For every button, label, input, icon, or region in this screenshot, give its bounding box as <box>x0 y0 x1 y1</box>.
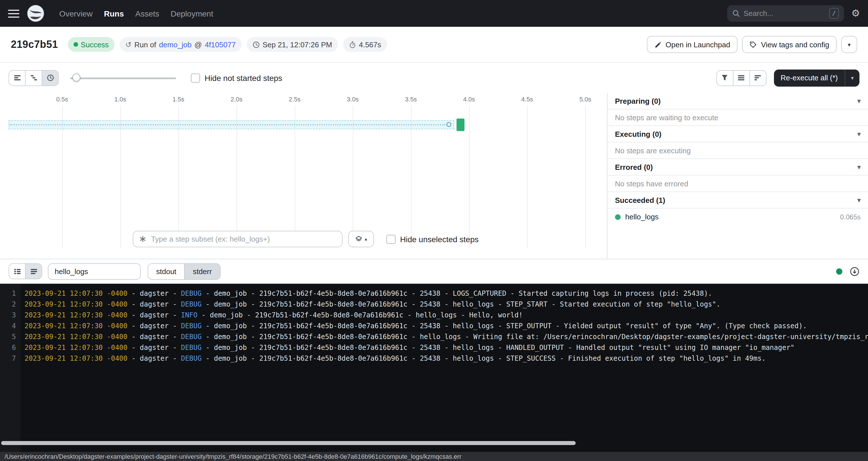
success-dot-icon <box>73 42 78 47</box>
graph-query-options-button[interactable]: ▴ <box>348 231 374 247</box>
nav-item-runs[interactable]: Runs <box>99 5 129 21</box>
log-line[interactable]: 32023-09-21 12:07:30 -0400 - dagster - I… <box>0 310 868 321</box>
grid-line <box>527 105 528 248</box>
horizontal-scrollbar[interactable] <box>1 441 576 445</box>
search-icon <box>732 10 740 17</box>
log-line[interactable]: 62023-09-21 12:07:30 -0400 - dagster - D… <box>0 342 868 353</box>
commit-link[interactable]: 4f105077 <box>205 40 236 49</box>
section-title: Succeeded (1) <box>615 196 665 204</box>
step-status-dot <box>615 214 621 220</box>
search-box: / <box>727 5 844 22</box>
gantt-toolbar: Hide not started steps Re-execute all (*… <box>0 63 868 93</box>
search-input[interactable] <box>744 9 825 18</box>
gantt-toolbar-right: Re-execute all (*) ▾ <box>716 69 860 86</box>
axis-tick-label: 3.0s <box>347 96 359 102</box>
hamburger-menu-button[interactable] <box>8 9 20 18</box>
gantt-controls: ▴ Hide unselected steps <box>133 231 479 247</box>
sort-button[interactable] <box>749 70 766 86</box>
download-icon <box>850 267 860 276</box>
log-line-text: 2023-09-21 12:07:30 -0400 - dagster - DE… <box>25 332 868 342</box>
log-step-filter-input[interactable] <box>49 267 140 276</box>
section-header-1[interactable]: Executing (0)▾ <box>608 126 868 143</box>
log-line-text: 2023-09-21 12:07:30 -0400 - dagster - DE… <box>25 342 795 353</box>
log-line-number: 3 <box>0 310 16 321</box>
log-toolbar-right <box>836 267 860 276</box>
log-line[interactable]: 22023-09-21 12:07:30 -0400 - dagster - D… <box>0 299 868 310</box>
clock-icon <box>252 41 259 48</box>
gantt-zoom-slider[interactable] <box>70 70 176 86</box>
timed-view-button[interactable] <box>41 70 59 86</box>
run-of-pill: ↺ Run of demo_job @ 4f105077 <box>120 37 242 52</box>
nav-item-assets[interactable]: Assets <box>130 5 164 21</box>
flat-list-icon <box>13 74 21 82</box>
nav-items: OverviewRunsAssetsDeployment <box>54 5 218 21</box>
job-link[interactable]: demo_job <box>159 40 191 49</box>
slider-knob[interactable] <box>72 73 80 81</box>
reexecute-options-button[interactable]: ▾ <box>845 69 860 86</box>
open-launchpad-button[interactable]: Open in Launchpad <box>647 36 738 53</box>
log-line[interactable]: 72023-09-21 12:07:30 -0400 - dagster - D… <box>0 353 868 364</box>
hide-not-started-row: Hide not started steps <box>191 73 282 82</box>
download-logs-button[interactable] <box>850 267 860 276</box>
log-line[interactable]: 12023-09-21 12:07:30 -0400 - dagster - D… <box>0 288 868 299</box>
timestamp-pill: Sep 21, 12:07:26 PM <box>247 37 338 52</box>
chevron-down-icon: ▾ <box>851 75 854 81</box>
raw-log-view-button[interactable] <box>25 263 42 279</box>
log-line[interactable]: 52023-09-21 12:07:30 -0400 - dagster - D… <box>0 332 868 342</box>
nav-item-deployment[interactable]: Deployment <box>165 5 218 21</box>
step-subset-input-wrap <box>133 231 343 247</box>
gantt-view-mode-toggle <box>8 70 59 86</box>
log-line-number: 6 <box>0 342 16 353</box>
axis-tick-label: 4.0s <box>463 96 475 102</box>
log-view-toggle <box>8 263 42 279</box>
slider-track[interactable] <box>70 77 176 79</box>
section-header-2[interactable]: Errored (0)▾ <box>608 159 868 176</box>
chevron-down-icon: ▾ <box>858 163 861 171</box>
run-header: 219c7b51 Success ↺ Run of demo_job @ 4f1… <box>0 27 868 63</box>
section-header-0[interactable]: Preparing (0)▾ <box>608 93 868 110</box>
step-bar-hello-logs[interactable] <box>457 119 464 131</box>
structured-log-view-button[interactable] <box>8 263 26 279</box>
step-wait-dotted-line <box>10 124 445 125</box>
log-line-number: 1 <box>0 288 16 299</box>
axis-tick-label: 2.0s <box>230 96 243 102</box>
hide-unselected-checkbox[interactable] <box>386 235 396 244</box>
rows-icon <box>738 74 745 82</box>
step-subset-input[interactable] <box>151 235 336 243</box>
pencil-icon <box>654 41 662 48</box>
step-start-marker <box>446 122 452 127</box>
top-nav: OverviewRunsAssetsDeployment / ⚙ <box>0 0 868 27</box>
section-title: Errored (0) <box>615 163 653 171</box>
flat-view-button[interactable] <box>8 70 26 86</box>
tag-icon <box>750 41 757 48</box>
section-empty-text: No steps are waiting to execute <box>608 110 868 126</box>
log-line-number: 7 <box>0 353 16 364</box>
log-line-text: 2023-09-21 12:07:30 -0400 - dagster - DE… <box>25 299 720 310</box>
tab-stdout[interactable]: stdout <box>148 263 185 279</box>
row-density-button[interactable] <box>733 70 750 86</box>
view-tags-config-button[interactable]: View tags and config <box>742 36 837 53</box>
tab-stderr[interactable]: stderr <box>184 263 220 279</box>
waterfall-view-button[interactable] <box>25 70 42 86</box>
more-run-actions-button[interactable]: ▾ <box>841 36 857 53</box>
at-symbol: @ <box>194 40 202 49</box>
log-line[interactable]: 42023-09-21 12:07:30 -0400 - dagster - D… <box>0 321 868 332</box>
axis-tick-label: 0.5s <box>56 96 68 102</box>
clock-icon <box>46 74 54 82</box>
status-badge: Success <box>67 37 114 52</box>
dagster-logo-icon <box>27 5 44 22</box>
chevron-down-icon: ▾ <box>858 97 861 104</box>
hide-unselected-row: Hide unselected steps <box>386 235 479 244</box>
log-line-text: 2023-09-21 12:07:30 -0400 - dagster - DE… <box>25 321 807 332</box>
log-stream-tabs: stdout stderr <box>148 263 220 279</box>
reexecute-all-button[interactable]: Re-execute all (*) <box>774 69 845 86</box>
grid-line <box>585 105 586 248</box>
nav-item-overview[interactable]: Overview <box>54 5 98 21</box>
step-row[interactable]: hello_logs0.065s <box>608 209 868 225</box>
filter-button[interactable] <box>716 70 733 86</box>
section-header-3[interactable]: Succeeded (1)▾ <box>608 192 868 209</box>
steps-status-panel: Preparing (0)▾No steps are waiting to ex… <box>608 93 868 259</box>
settings-gear-icon[interactable]: ⚙ <box>851 8 860 18</box>
history-icon: ↺ <box>125 41 132 48</box>
hide-not-started-checkbox[interactable] <box>191 73 200 82</box>
